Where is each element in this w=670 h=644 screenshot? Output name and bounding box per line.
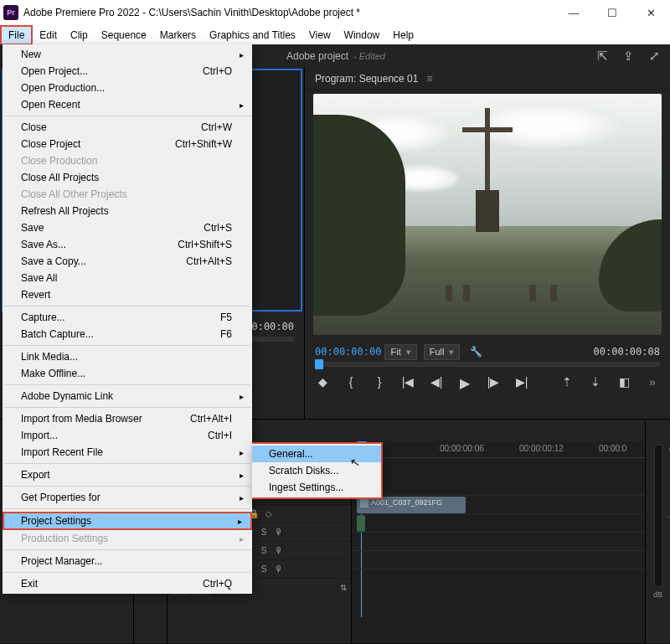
file-menu-refresh-all-projects[interactable]: Refresh All Projects xyxy=(3,203,252,219)
file-menu-exit[interactable]: ExitCtrl+Q xyxy=(3,575,252,592)
mark-in-icon[interactable]: { xyxy=(343,375,358,391)
menu-file[interactable]: File xyxy=(0,25,33,45)
rec-a1-icon[interactable]: 🎙 xyxy=(271,528,286,537)
video-clip[interactable]: A001_C037_0921FG xyxy=(357,497,466,513)
submenu-general-[interactable]: General... xyxy=(252,446,381,462)
maximize-button[interactable]: ☐ xyxy=(593,0,631,25)
time-ruler[interactable]: :00:00 00:00:00:06 00:00:00:12 00:00:0 xyxy=(352,441,645,458)
level-meter: 0 - - xyxy=(654,445,662,587)
tl-mix[interactable] xyxy=(352,569,645,587)
file-menu: New▸Open Project...Ctrl+OOpen Production… xyxy=(3,44,252,594)
settings-wrench-icon[interactable]: 🔧 xyxy=(470,346,482,358)
file-menu-revert[interactable]: Revert xyxy=(3,286,252,303)
file-menu-get-properties-for[interactable]: Get Properties for▸ xyxy=(3,489,252,506)
file-menu-import-[interactable]: Import...Ctrl+I xyxy=(3,427,252,444)
edited-label: - Edited xyxy=(353,51,385,61)
close-button[interactable]: ✕ xyxy=(631,0,670,25)
menu-edit[interactable]: Edit xyxy=(33,27,64,44)
solo-a1-icon[interactable]: S xyxy=(256,528,271,537)
project-settings-submenu: General...Scratch Disks...Ingest Setting… xyxy=(252,442,383,499)
step-fwd-icon[interactable]: |▶ xyxy=(486,375,501,391)
file-menu-batch-capture-[interactable]: Batch Capture...F6 xyxy=(3,326,252,343)
add-marker-icon[interactable]: ◆ xyxy=(315,375,330,391)
submenu-scratch-disks-[interactable]: Scratch Disks... xyxy=(252,462,381,479)
file-menu-new[interactable]: New▸ xyxy=(3,46,252,63)
ruler-t3: 00:00:0 xyxy=(599,444,626,453)
menu-window[interactable]: Window xyxy=(338,27,387,44)
app-icon: Pr xyxy=(3,5,18,20)
clip-label: A001_C037_0921FG xyxy=(371,498,442,507)
expand-icon[interactable]: ⇅ xyxy=(336,583,351,592)
file-menu-close-all-other-projects: Close All Other Projects xyxy=(3,186,252,203)
menubar: File Edit Clip Sequence Markers Graphics… xyxy=(0,25,670,44)
program-scrubber[interactable] xyxy=(315,362,660,367)
file-menu-production-settings: Production Settings▸ xyxy=(3,530,252,547)
window-title: Adobe Premiere Pro 2022 - C:\Users\Sachi… xyxy=(23,7,360,18)
source-out-tc: 00:00:00 xyxy=(245,321,294,332)
file-menu-project-manager-[interactable]: Project Manager... xyxy=(3,553,252,569)
program-controls: ◆ { } |◀ ◀| ▶ |▶ ▶| ⇡ ⇣ ◧ » xyxy=(315,375,660,391)
ruler-t2: 00:00:00:12 xyxy=(519,444,564,453)
menu-graphics[interactable]: Graphics and Titles xyxy=(203,27,302,44)
audio-meters: 0 - - dB xyxy=(645,420,670,643)
window-titlebar: Pr Adobe Premiere Pro 2022 - C:\Users\Sa… xyxy=(0,0,670,25)
menu-view[interactable]: View xyxy=(302,27,338,44)
file-menu-open-recent[interactable]: Open Recent▸ xyxy=(3,96,252,113)
audio-clip[interactable] xyxy=(357,515,365,532)
file-menu-capture-[interactable]: Capture...F5 xyxy=(3,309,252,326)
go-out-icon[interactable]: ▶| xyxy=(514,375,529,391)
file-menu-project-settings[interactable]: Project Settings▸ xyxy=(3,512,252,530)
tl-a3[interactable] xyxy=(352,550,645,569)
tl-a2[interactable] xyxy=(352,532,645,550)
more-right-icon[interactable]: » xyxy=(645,375,660,391)
tl-v1[interactable]: A001_C037_0921FG xyxy=(352,495,645,513)
menu-help[interactable]: Help xyxy=(386,27,420,44)
menu-clip[interactable]: Clip xyxy=(64,27,95,44)
zoom-fit-dropdown[interactable]: Fit xyxy=(384,344,416,360)
file-menu-import-from-media-browser[interactable]: Import from Media BrowserCtrl+Alt+I xyxy=(3,410,252,427)
ruler-t1: 00:00:00:06 xyxy=(440,444,484,453)
file-menu-open-project-[interactable]: Open Project...Ctrl+O xyxy=(3,63,252,80)
file-menu-make-offline-[interactable]: Make Offline... xyxy=(3,365,252,382)
file-menu-close-all-projects[interactable]: Close All Projects xyxy=(3,169,252,186)
go-in-icon[interactable]: |◀ xyxy=(400,375,415,391)
extract-icon[interactable]: ⇣ xyxy=(588,375,603,391)
quick-export-icon[interactable]: ⇱ xyxy=(597,49,608,64)
resolution-dropdown[interactable]: Full xyxy=(424,344,461,360)
file-menu-link-media-[interactable]: Link Media... xyxy=(3,348,252,365)
cursor-icon: ↖ xyxy=(349,455,362,470)
project-name: Adobe project xyxy=(286,50,348,62)
menu-markers[interactable]: Markers xyxy=(153,27,203,44)
program-monitor[interactable] xyxy=(313,94,662,335)
program-out-tc: 00:00:00:08 xyxy=(594,346,660,358)
submenu-ingest-settings-[interactable]: Ingest Settings... xyxy=(252,479,381,496)
file-menu-import-recent-file[interactable]: Import Recent File▸ xyxy=(3,444,252,461)
file-menu-close-production: Close Production xyxy=(3,152,252,169)
step-back-icon[interactable]: ◀| xyxy=(429,375,444,391)
export-frame2-icon[interactable]: ◧ xyxy=(616,375,631,391)
file-menu-close-project[interactable]: Close ProjectCtrl+Shift+W xyxy=(3,136,252,152)
minimize-button[interactable]: — xyxy=(554,0,593,25)
play-button[interactable]: ▶ xyxy=(457,375,472,391)
menu-sequence[interactable]: Sequence xyxy=(95,27,153,44)
program-panel: Program: Sequence 01 ≡ 00:00:00:00 Fit F… xyxy=(305,67,670,419)
lift-icon[interactable]: ⇡ xyxy=(559,375,575,391)
playhead[interactable] xyxy=(315,359,323,369)
mark-out-icon[interactable]: } xyxy=(372,375,387,391)
file-menu-adobe-dynamic-link[interactable]: Adobe Dynamic Link▸ xyxy=(3,388,252,404)
share-icon[interactable]: ⇪ xyxy=(623,49,634,64)
file-menu-close[interactable]: CloseCtrl+W xyxy=(3,119,252,136)
tl-a1[interactable] xyxy=(352,513,645,532)
fullscreen-icon[interactable]: ⤢ xyxy=(649,49,660,64)
program-in-tc[interactable]: 00:00:00:00 xyxy=(315,346,381,358)
timeline-tracks[interactable]: :00:00 00:00:00:06 00:00:00:12 00:00:0 A… xyxy=(352,441,645,643)
db-label: dB xyxy=(653,590,662,599)
file-menu-export[interactable]: Export▸ xyxy=(3,466,252,483)
file-menu-save[interactable]: SaveCtrl+S xyxy=(3,219,252,236)
file-menu-save-a-copy-[interactable]: Save a Copy...Ctrl+Alt+S xyxy=(3,253,252,270)
panel-menu-icon[interactable]: ≡ xyxy=(426,73,432,85)
file-menu-save-as-[interactable]: Save As...Ctrl+Shift+S xyxy=(3,236,252,253)
program-title: Program: Sequence 01 xyxy=(315,73,418,85)
file-menu-open-production-[interactable]: Open Production... xyxy=(3,80,252,96)
file-menu-save-all[interactable]: Save All xyxy=(3,270,252,286)
